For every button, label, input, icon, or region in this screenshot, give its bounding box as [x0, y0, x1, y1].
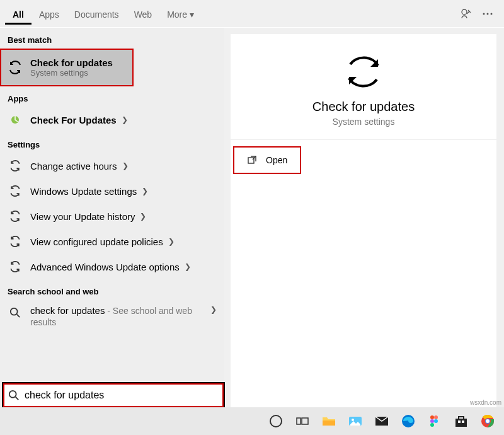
- refresh-icon: [8, 60, 23, 75]
- figma-icon[interactable]: [425, 411, 445, 431]
- svg-rect-15: [302, 418, 308, 424]
- svg-point-23: [430, 419, 434, 423]
- svg-rect-9: [248, 158, 254, 163]
- web-result-item[interactable]: check for updates - See school and web r…: [0, 300, 224, 333]
- svg-point-22: [434, 415, 438, 419]
- svg-point-3: [491, 13, 493, 14]
- svg-point-0: [462, 9, 467, 14]
- svg-point-13: [270, 415, 282, 427]
- store-icon[interactable]: [451, 411, 471, 431]
- web-result-title: check for updates: [30, 305, 105, 316]
- tab-more[interactable]: More ▾: [159, 3, 202, 25]
- tab-documents[interactable]: Documents: [67, 3, 127, 25]
- svg-rect-28: [462, 420, 464, 423]
- taskbar: [0, 407, 504, 435]
- svg-point-24: [434, 419, 438, 423]
- svg-point-11: [9, 391, 16, 398]
- svg-point-2: [487, 13, 489, 14]
- file-explorer-icon[interactable]: [319, 411, 339, 431]
- chevron-right-icon: ❯: [168, 237, 175, 246]
- search-bar[interactable]: [2, 382, 225, 409]
- settings-item-0[interactable]: Change active hours ❯: [0, 153, 224, 178]
- refresh-icon: [8, 183, 23, 199]
- best-match-sub: System settings: [30, 68, 126, 78]
- section-best-match: Best match: [0, 28, 224, 49]
- chevron-right-icon: ❯: [122, 161, 129, 170]
- detail-panel: Check for updates System settings Open: [231, 34, 496, 407]
- search-input[interactable]: [25, 390, 219, 401]
- svg-point-21: [430, 415, 434, 419]
- chevron-right-icon: ❯: [140, 212, 146, 221]
- svg-point-1: [483, 13, 485, 14]
- app-result-title: Check For Updates: [30, 115, 117, 125]
- settings-item-2[interactable]: View your Update history ❯: [0, 204, 224, 229]
- results-panel: Best match Check for updates System sett…: [0, 28, 224, 407]
- settings-item-label: View your Update history: [30, 211, 135, 222]
- mail-icon[interactable]: [372, 411, 392, 431]
- photos-icon[interactable]: [345, 411, 365, 431]
- settings-item-label: View configured update policies: [30, 236, 163, 247]
- task-view-icon[interactable]: [292, 411, 312, 431]
- detail-title: Check for updates: [312, 100, 415, 114]
- search-icon: [8, 390, 20, 401]
- detail-header: Check for updates System settings: [231, 34, 496, 140]
- svg-point-31: [486, 419, 490, 423]
- best-match-title: Check for updates: [30, 57, 126, 68]
- chrome-icon[interactable]: [478, 411, 498, 431]
- app-icon: [8, 112, 23, 127]
- settings-item-label: Windows Update settings: [30, 186, 137, 197]
- chevron-right-icon: ❯: [185, 262, 191, 271]
- section-apps: Apps: [0, 86, 224, 107]
- refresh-icon: [8, 259, 23, 274]
- open-button[interactable]: Open: [233, 146, 301, 174]
- watermark: wsxdn.com: [470, 399, 501, 406]
- open-icon: [247, 155, 257, 165]
- chevron-down-icon: ▾: [190, 9, 194, 20]
- section-web: Search school and web: [0, 279, 224, 300]
- tab-all[interactable]: All: [5, 3, 32, 25]
- refresh-icon: [8, 234, 23, 249]
- settings-item-1[interactable]: Windows Update settings ❯: [0, 178, 224, 204]
- svg-rect-27: [458, 420, 461, 423]
- detail-sub: System settings: [333, 117, 395, 127]
- svg-line-12: [16, 397, 19, 400]
- search-icon: [8, 305, 23, 320]
- svg-point-18: [352, 419, 354, 421]
- svg-rect-16: [323, 420, 335, 426]
- more-options-icon[interactable]: [481, 8, 494, 20]
- settings-item-3[interactable]: View configured update policies ❯: [0, 229, 224, 254]
- cortana-icon[interactable]: [266, 411, 286, 431]
- svg-rect-14: [297, 418, 301, 424]
- refresh-icon: [8, 158, 23, 173]
- section-settings: Settings: [0, 132, 224, 153]
- tab-apps[interactable]: Apps: [32, 3, 67, 25]
- refresh-icon-large: [341, 53, 386, 91]
- refresh-icon: [8, 209, 23, 224]
- settings-item-4[interactable]: Advanced Windows Update options ❯: [0, 254, 224, 279]
- app-result-item[interactable]: Check For Updates ❯: [0, 107, 224, 132]
- chevron-right-icon: ❯: [122, 115, 128, 124]
- svg-line-6: [17, 315, 20, 318]
- search-tabs: All Apps Documents Web More ▾: [0, 0, 504, 28]
- tab-more-label: More: [167, 9, 187, 20]
- settings-item-label: Change active hours: [30, 161, 117, 171]
- chevron-right-icon: ❯: [210, 305, 217, 314]
- svg-point-5: [11, 308, 18, 315]
- feedback-icon[interactable]: [460, 8, 472, 20]
- svg-rect-26: [455, 419, 467, 427]
- svg-point-25: [430, 423, 434, 427]
- edge-icon[interactable]: [398, 411, 418, 431]
- settings-item-label: Advanced Windows Update options: [30, 262, 180, 272]
- open-label: Open: [266, 155, 287, 165]
- tab-web[interactable]: Web: [127, 3, 160, 25]
- chevron-right-icon: ❯: [142, 187, 148, 195]
- best-match-item[interactable]: Check for updates System settings: [0, 49, 134, 86]
